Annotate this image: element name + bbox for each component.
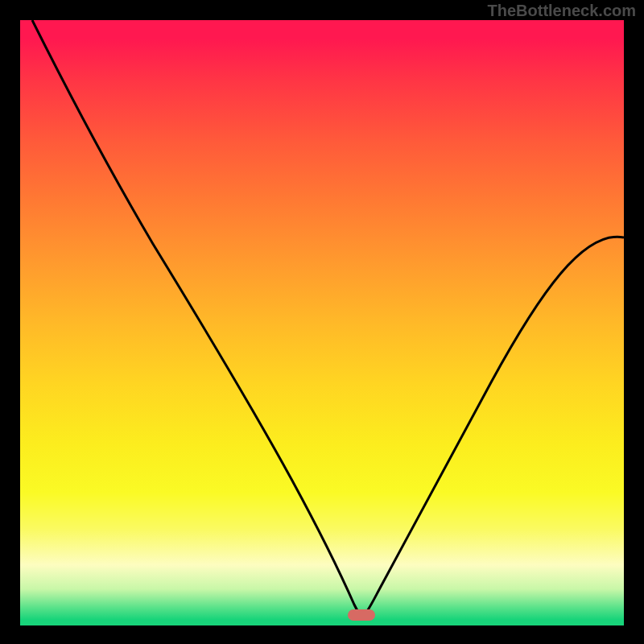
- bottleneck-curve: [32, 20, 624, 616]
- plot-area: [20, 20, 624, 625]
- curve-svg: [20, 20, 624, 625]
- watermark-text: TheBottleneck.com: [488, 2, 636, 20]
- optimum-marker: [348, 609, 375, 621]
